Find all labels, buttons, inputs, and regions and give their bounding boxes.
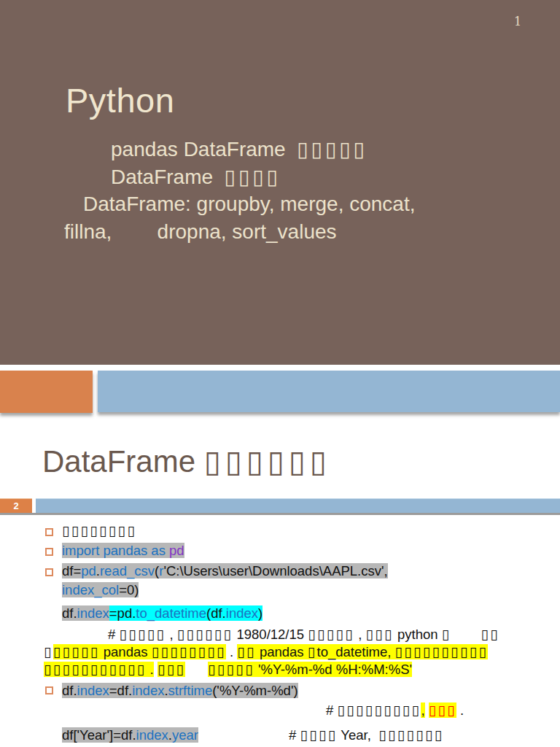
slide1-subtitle-line3: DataFrame: groupby, merge, concat, — [83, 193, 415, 216]
code-text: ('%Y-%m-%d') — [212, 683, 298, 698]
subtitle-text: DataFrame — [111, 166, 225, 188]
code-text: index — [77, 605, 109, 621]
tofu-text: ▯▯▯▯▯▯▯ — [378, 727, 443, 743]
comment-format-string: '%Y-%m-%d %H:%M:%S' — [254, 662, 412, 677]
tofu-text: ▯▯▯▯▯▯▯▯▯ — [337, 703, 421, 718]
code-alias: pd — [169, 543, 184, 558]
comment-text: # — [289, 727, 300, 743]
tofu-text: ▯▯▯▯▯▯▯▯ — [152, 644, 226, 659]
comment-line-3-yellow: ▯▯▯▯▯▯▯▯▯▯▯ . ▯▯▯ ▯▯▯▯▯ '%Y-%m-%d %H:%M:… — [44, 661, 412, 678]
comment-text: pandas — [100, 644, 152, 659]
divider-orange-rect — [0, 371, 93, 413]
comment-gap — [451, 627, 481, 642]
tofu-text: ▯▯▯ — [366, 627, 394, 642]
slide2-page-number: 2 — [0, 499, 32, 514]
tofu-text: ▯▯▯▯▯ — [208, 662, 254, 677]
code-text: read_csv — [100, 563, 155, 578]
title-slide: 1 Python pandas DataFrame ▯▯▯▯▯ DataFram… — [0, 0, 560, 365]
comment-text: to_datetime, — [317, 644, 395, 659]
slide1-page-number: 1 — [507, 15, 529, 28]
code-text: (df. — [206, 605, 226, 621]
comment-gap — [185, 662, 208, 677]
code-line-import: import pandas as pd — [62, 542, 184, 560]
comment-text: , — [354, 627, 365, 642]
comment-text: Year, — [338, 727, 379, 743]
code-line-read-csv: df=pd.read_csv(r'C:\Users\user\Downloads… — [62, 562, 388, 580]
comment-line-1: # ▯▯▯▯▯ , ▯▯▯▯▯▯ 1980/12/15 ▯▯▯▯▯ , ▯▯▯ … — [108, 626, 499, 643]
tofu-text: ▯▯▯▯ — [300, 727, 337, 743]
comment-text: # — [326, 703, 337, 718]
yellow-highlight: ▯▯ pandas ▯to_datetime, ▯▯▯▯▯▯▯▯▯▯ — [237, 644, 488, 659]
tofu-text: ▯▯▯▯▯ — [308, 627, 354, 642]
code-text: df= — [62, 563, 81, 578]
gray-highlight: df.index — [62, 605, 109, 621]
bullet-icon — [45, 548, 53, 556]
yellow-highlight: ▯▯▯▯▯ '%Y-%m-%d %H:%M:%S' — [208, 662, 412, 677]
code-line-index-col: index_col=0) — [62, 581, 139, 599]
gray-highlight: df=pd.read_csv(r'C:\Users\user\Downloads… — [62, 563, 388, 578]
code-text: strftime — [168, 683, 213, 698]
tofu-text: ▯▯▯▯▯▯▯▯ — [62, 523, 136, 538]
slide2-header-bar — [36, 498, 560, 514]
slide1-subtitle-line4: fillna, dropna, sort_values — [64, 220, 337, 244]
gray-highlight: df.index=df.index.strftime('%Y-%m-%d') — [62, 683, 298, 698]
code-line-to-datetime: df.index=pd.to_datetime(df.index) — [62, 605, 262, 622]
slide1-title: Python — [66, 80, 174, 120]
subtitle-tofu-boxes: ▯▯▯▯ — [225, 165, 281, 189]
comment-date: 1980/12/15 — [233, 627, 308, 642]
code-text: index — [136, 727, 168, 743]
comment-text: pandas — [256, 644, 308, 659]
comment-text: . — [456, 703, 464, 718]
slide2-header-bar-shadow — [0, 513, 560, 515]
gray-highlight: df['Year']=df.index.year — [62, 727, 198, 743]
tofu-text: ▯▯▯▯▯ — [119, 627, 166, 642]
cyan-highlight: =pd.to_datetime(df.index) — [109, 605, 262, 621]
gray-highlight: index_col=0) — [62, 582, 139, 597]
tofu-text: ▯▯▯▯▯▯ — [177, 627, 233, 642]
comment-line-2-yellow: ▯▯▯▯▯▯ pandas ▯▯▯▯▯▯▯▯ . ▯▯ pandas ▯to_d… — [44, 643, 488, 661]
code-text: to_datetime — [136, 605, 206, 621]
code-line-strftime: df.index=df.index.strftime('%Y-%m-%d') — [62, 682, 298, 700]
code-text: index_col — [62, 582, 119, 597]
yellow-highlight: ▯▯▯▯▯ pandas ▯▯▯▯▯▯▯▯ — [53, 644, 226, 659]
comment-line-5: # ▯▯▯▯ Year, ▯▯▯▯▯▯▯ — [289, 727, 444, 744]
comment-text: python — [394, 627, 442, 642]
code-text: df — [62, 683, 73, 698]
code-text: pd — [81, 563, 96, 578]
yellow-highlight: ▯▯▯▯▯▯▯▯▯▯▯ . — [44, 662, 154, 677]
slide2-title: DataFrame ▯▯▯▯▯▯ — [42, 444, 331, 479]
code-line-year: df['Year']=df.index.year# ▯▯▯▯ Year, ▯▯▯… — [62, 727, 198, 744]
divider-blue-rect — [98, 371, 560, 412]
code-text: =0) — [119, 582, 139, 597]
tofu-text: ▯▯ — [237, 644, 256, 659]
comment-text: . — [226, 644, 237, 659]
comment-text: , — [166, 627, 176, 642]
code-text: df. — [62, 605, 77, 621]
bullet-icon — [45, 528, 53, 536]
code-path: 'C:\Users\user\Downloads\AAPL.csv', — [163, 563, 387, 578]
subtitle-tofu-boxes: ▯▯▯▯▯ — [297, 137, 368, 161]
tofu-text: ▯ — [44, 644, 53, 659]
slide1-subtitle-line1: pandas DataFrame ▯▯▯▯▯ — [111, 137, 368, 161]
code-text: df['Year']=df — [62, 727, 132, 743]
tofu-text: ▯▯▯▯▯▯▯▯▯▯ — [394, 644, 488, 659]
tofu-text: ▯ — [442, 627, 451, 642]
code-text: =pd. — [109, 605, 136, 621]
code-keyword: import pandas as — [62, 543, 169, 558]
code-text: ) — [258, 605, 262, 621]
slide2-title-tofu-boxes: ▯▯▯▯▯▯ — [204, 444, 331, 479]
tofu-text: ▯▯ — [481, 627, 500, 642]
tofu-text: ▯▯▯▯▯▯▯▯▯▯▯ — [44, 662, 146, 677]
tofu-text: ▯▯▯ — [158, 662, 185, 677]
comment-gap — [425, 703, 429, 718]
code-text: =df — [109, 683, 128, 698]
slide1-subtitle-line2: DataFrame ▯▯▯▯ — [111, 165, 281, 189]
comment-text: . — [146, 662, 153, 677]
code-text: index — [77, 683, 109, 698]
tofu-text: ▯▯▯▯▯ — [53, 644, 100, 659]
code-text: index — [132, 683, 164, 698]
slide2-title-text: DataFrame — [42, 444, 204, 479]
tofu-text: ▯ — [308, 644, 317, 659]
subtitle-text: pandas DataFrame — [111, 138, 297, 160]
red-tofu-text: ▯▯▯ — [429, 703, 456, 718]
